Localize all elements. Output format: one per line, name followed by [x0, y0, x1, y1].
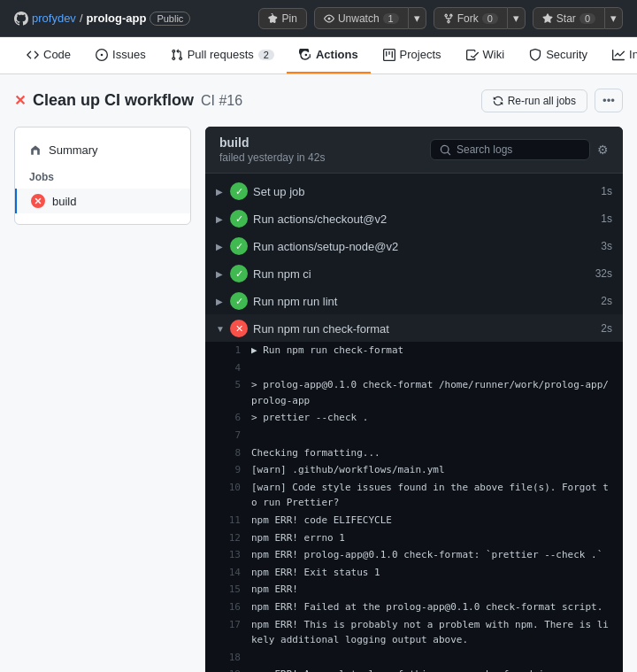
step-time: 32s [586, 267, 612, 280]
log-line-content: ▶ Run npm run check-format [251, 343, 403, 359]
step-status-success: ✓ [230, 237, 248, 255]
workflow-actions: Re-run all jobs ••• [481, 89, 623, 112]
tab-code[interactable]: Code [14, 37, 83, 73]
step-expand-icon: ▶ [216, 187, 230, 197]
tab-pull-requests[interactable]: Pull requests 2 [158, 37, 287, 73]
step-status-success: ✓ [230, 292, 248, 310]
fork-dropdown[interactable]: ▾ [508, 7, 526, 29]
step-row-run-npm-ci[interactable]: ▶ ✓ Run npm ci 32s [205, 259, 623, 287]
star-button[interactable]: Star 0 [533, 7, 605, 29]
rerun-button[interactable]: Re-run all jobs [481, 89, 587, 112]
pr-badge: 2 [258, 50, 274, 60]
step-name: Run actions/checkout@v2 [253, 212, 586, 226]
tab-security[interactable]: Security [517, 37, 600, 73]
step-row-run-check-format[interactable]: ▼ ✕ Run npm run check-format 2s [205, 314, 623, 342]
log-line: 12 npm ERR! errno 1 [205, 529, 623, 547]
sidebar-summary-label: Summary [49, 143, 98, 157]
header-actions: Pin Unwatch 1 ▾ Fork 0 ▾ Star 0 ▾ [258, 7, 623, 29]
step-row-run-setup-node[interactable]: ▶ ✓ Run actions/setup-node@v2 3s [205, 232, 623, 259]
unwatch-count: 1 [383, 13, 399, 24]
projects-icon [383, 49, 395, 61]
more-button[interactable]: ••• [595, 89, 623, 112]
log-line: 11 npm ERR! code ELIFECYCLE [205, 512, 623, 529]
log-line-num: 4 [216, 360, 241, 376]
sidebar-summary[interactable]: Summary [15, 138, 190, 162]
log-line-content: npm ERR! A complete log of this run can … [251, 667, 556, 672]
tab-actions[interactable]: Actions [287, 37, 371, 73]
log-line: 8 Checking formatting... [205, 444, 623, 462]
star-count: 0 [579, 13, 595, 24]
main-layout: Summary Jobs build build failed yesterda… [14, 127, 623, 672]
step-name: Run npm run check-format [253, 322, 586, 336]
wiki-icon [466, 49, 479, 61]
log-line: 6 > prettier --check . [205, 409, 623, 427]
step-expand-icon: ▶ [216, 297, 230, 306]
log-search-input[interactable] [457, 143, 580, 156]
step-status-success: ✓ [230, 210, 248, 228]
step-time: 3s [586, 240, 612, 252]
step-row-run-checkout[interactable]: ▶ ✓ Run actions/checkout@v2 1s [205, 205, 623, 232]
step-row-set-up-job[interactable]: ▶ ✓ Set up job 1s [205, 177, 623, 205]
log-line: 17 npm ERR! This is probably not a probl… [205, 616, 623, 649]
step-time: 1s [586, 212, 612, 225]
log-line: 4 [205, 359, 623, 377]
nav-tabs: Code Issues Pull requests 2 Actions Proj… [0, 37, 637, 74]
log-line-num: 7 [216, 428, 241, 444]
log-line-num: 9 [216, 462, 241, 478]
log-build-info: build failed yesterday in 42s [219, 135, 325, 164]
security-icon [529, 49, 541, 61]
tab-projects[interactable]: Projects [371, 37, 454, 73]
log-line-content: npm ERR! errno 1 [251, 530, 345, 546]
unwatch-button[interactable]: Unwatch 1 [314, 7, 409, 29]
step-time: 2s [586, 295, 612, 307]
home-icon [29, 144, 42, 157]
step-name: Run npm ci [253, 267, 586, 281]
log-line-num: 1 [216, 343, 241, 359]
step-time: 2s [586, 322, 612, 335]
log-line-content: > prettier --check . [251, 410, 368, 426]
failed-icon [31, 194, 45, 208]
sidebar-jobs-label: Jobs [15, 166, 190, 189]
star-label: Star [556, 12, 576, 25]
log-line: 1 ▶ Run npm run check-format [205, 342, 623, 359]
tab-insights[interactable]: Insights [600, 37, 637, 73]
log-line: 19 npm ERR! A complete log of this run c… [205, 666, 623, 672]
log-line-num: 6 [216, 410, 241, 426]
repo-owner-link[interactable]: profydev [32, 12, 76, 25]
log-line-num: 12 [216, 530, 241, 546]
log-line-content: [warn] .github/workflows/main.yml [251, 462, 445, 478]
log-line-num: 11 [216, 513, 241, 529]
log-content: 1 ▶ Run npm run check-format 4 5 > prolo… [205, 342, 623, 672]
workflow-header: ✕ Clean up CI workflow CI #16 Re-run all… [14, 89, 623, 112]
workflow-error-icon: ✕ [14, 92, 26, 109]
tab-issues[interactable]: Issues [83, 37, 158, 73]
issues-icon [96, 49, 108, 61]
log-line-num: 18 [216, 650, 241, 666]
pin-button[interactable]: Pin [258, 8, 307, 29]
log-line: 10 [warn] Code style issues found in the… [205, 479, 623, 512]
unwatch-dropdown[interactable]: ▾ [409, 7, 426, 29]
tab-wiki[interactable]: Wiki [454, 37, 518, 73]
top-header: profydev / prolog-app Public Pin Unwatch… [0, 0, 637, 37]
unwatch-label: Unwatch [338, 12, 380, 25]
log-settings-button[interactable]: ⚙ [597, 143, 609, 157]
fork-icon [443, 13, 454, 24]
step-expand-icon: ▶ [216, 242, 230, 251]
eye-icon [324, 13, 334, 24]
log-line: 7 [205, 427, 623, 444]
fork-button[interactable]: Fork 0 [434, 7, 508, 29]
star-dropdown[interactable]: ▾ [605, 7, 623, 29]
sidebar-job-build[interactable]: build [15, 189, 190, 213]
log-line: 9 [warn] .github/workflows/main.yml [205, 461, 623, 479]
step-row-run-npm-lint[interactable]: ▶ ✓ Run npm run lint 2s [205, 287, 623, 314]
fork-label: Fork [457, 12, 479, 25]
log-line-num: 19 [216, 667, 241, 672]
pin-label: Pin [282, 12, 297, 25]
repo-name-link[interactable]: prolog-app [87, 12, 147, 25]
repo-title: profydev / prolog-app Public [14, 12, 190, 26]
github-icon [14, 12, 28, 26]
step-expand-icon: ▶ [216, 269, 230, 279]
search-icon [440, 144, 451, 156]
step-expand-icon: ▶ [216, 214, 230, 224]
star-icon [542, 13, 553, 24]
